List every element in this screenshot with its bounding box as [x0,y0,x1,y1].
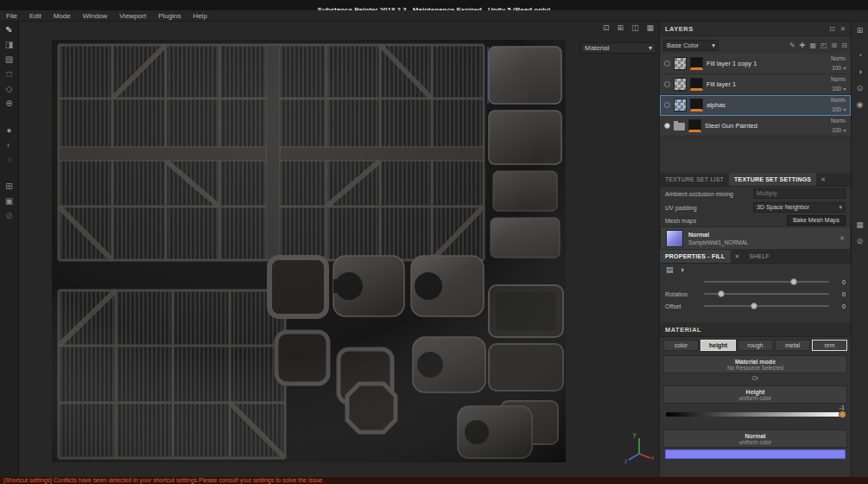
opacity-dropdown-arrow[interactable] [843,88,846,91]
material-sphere-icon[interactable]: ● [6,126,11,135]
slider-handle[interactable] [839,411,846,418]
slider-handle[interactable] [790,278,797,285]
close-icon[interactable]: ✕ [840,25,846,33]
blend-mode[interactable]: Norm- [831,55,846,62]
layer-meta[interactable]: Norm- 100 [831,118,846,134]
material-mode-dropdown[interactable]: Material ▾ [580,42,656,54]
ao-mixing-input[interactable]: Multiply [753,188,846,199]
add-mask-icon[interactable]: ✚ [800,41,806,49]
display-settings-icon[interactable]: ◑ [858,67,862,76]
channel-height-button[interactable]: height [700,340,736,351]
close-icon[interactable]: ✕ [816,173,830,186]
eraser-tool-icon[interactable]: ◨ [5,41,13,49]
layer-content-thumbnail[interactable] [690,57,703,70]
viewport-camera-icon[interactable]: ◫ [631,23,639,32]
height-uniform-button[interactable]: Height uniform color [663,385,847,404]
rotation-slider[interactable] [704,293,829,295]
camera-settings-icon[interactable]: ◉ [857,100,864,109]
blend-mode[interactable]: Norm- [831,76,846,83]
rotation-value[interactable]: 0 [835,291,846,297]
viewport-envmap-icon[interactable]: ⊞ [617,23,624,32]
texture-view-icon[interactable]: ▦ [856,220,864,229]
opacity-dropdown-arrow[interactable] [843,130,846,132]
tab-texture-set-list[interactable]: TEXTURE SET LIST [660,173,729,186]
resources-icon[interactable]: ⊞ [5,182,12,191]
menu-viewport[interactable]: Viewport [113,10,152,21]
layer-row[interactable]: Steel Gun Painted Norm- 100 [660,116,851,137]
blend-mode[interactable]: Norm- [831,118,846,124]
opacity-dropdown-arrow[interactable] [843,67,846,70]
half-sphere-icon[interactable]: ◐ [6,141,11,150]
layer-meta[interactable]: Norm- 100 [831,55,846,72]
height-gradient-slider[interactable] [666,412,845,417]
menu-help[interactable]: Help [187,10,212,21]
layer-meta[interactable]: Norm- 100 [831,97,846,113]
slider-handle[interactable] [751,302,757,309]
opacity-value[interactable]: 100 [832,65,841,72]
layer-meta[interactable]: Norm- 100 [831,76,846,92]
clone-tool-icon[interactable]: ⊕ [5,99,12,108]
add-fill-layer-icon[interactable]: ▦ [809,41,816,49]
layer-visibility-toggle[interactable] [664,60,670,67]
layer-content-thumbnail[interactable] [688,119,701,132]
disabled-tool-icon[interactable]: ⊘ [5,212,12,220]
layer-mask-thumbnail[interactable] [674,78,687,91]
paint-tool-icon[interactable]: ✎ [5,26,12,35]
add-effect-icon[interactable]: ✎ [789,41,795,49]
normal-map-item[interactable]: Normal SampleWall1_NORMAL ✕ [660,226,851,250]
channel-dropdown[interactable]: Base Color ▾ [663,40,719,51]
uv-padding-dropdown[interactable]: 3D Space Neighbor ▾ [753,202,846,213]
opacity-value[interactable]: 100 [832,86,841,92]
channel-metal-button[interactable]: metal [775,340,810,351]
slider-handle[interactable] [718,290,725,297]
add-folder-icon[interactable]: ◰ [820,41,827,49]
offset-slider[interactable] [704,305,829,307]
scale-slider[interactable] [704,281,829,283]
viewport-grid-icon[interactable]: ▦ [646,23,654,32]
layer-content-thumbnail[interactable] [690,78,703,91]
layer-visibility-toggle[interactable] [664,123,670,129]
normal-uniform-button[interactable]: Normal uniform color [663,430,847,448]
layer-row[interactable]: Fill layer 1 copy 1 Norm- 100 [660,54,851,74]
menu-edit[interactable]: Edit [23,10,48,21]
smudge-tool-icon[interactable]: ◇ [6,85,13,93]
close-icon[interactable]: ✕ [731,250,744,263]
scale-value[interactable]: 0 [835,279,846,285]
layer-visibility-toggle[interactable] [664,81,670,87]
tab-texture-set-settings[interactable]: TEXTURE SET SETTINGS [729,173,816,186]
opacity-dropdown-arrow[interactable] [843,109,846,111]
outline-sphere-icon[interactable]: ○ [6,156,11,164]
offset-value[interactable]: 0 [835,303,846,309]
viewport-3d[interactable]: ⊡ ⊞ ◫ ▦ Material ▾ [19,22,659,478]
display-mode-icon[interactable]: ▣ [5,197,13,206]
layer-visibility-toggle[interactable] [664,102,670,108]
layer-row-selected[interactable]: alphas Norm- 100 [660,95,851,116]
channel-nrm-button[interactable]: nrm [812,340,847,351]
projection-mode-icon[interactable]: ◑ [680,265,684,274]
layer-mask-thumbnail[interactable] [674,57,687,70]
normal-color-swatch[interactable] [665,449,846,459]
channel-rough-button[interactable]: rough [738,340,773,351]
add-layer-icon[interactable]: ⊞ [832,41,838,49]
tab-properties-fill[interactable]: PROPERTIES - FILL [660,250,731,263]
history-icon[interactable]: ◔ [858,51,862,60]
help-icon[interactable]: ⊘ [857,237,864,245]
menu-file[interactable]: File [0,10,23,21]
opacity-value[interactable]: 100 [832,127,841,134]
remove-map-icon[interactable]: ✕ [839,235,845,242]
bake-mesh-maps-button[interactable]: Bake Mesh Maps [787,215,846,226]
menu-window[interactable]: Window [77,10,113,21]
uv-transform-icon[interactable]: ▤ [666,265,674,274]
opacity-value[interactable]: 100 [832,106,841,113]
folder-icon[interactable] [674,123,685,131]
height-value[interactable]: -1 [660,404,851,411]
viewport-display-icon[interactable]: ⊡ [603,23,610,32]
blend-mode[interactable]: Norm- [831,97,846,104]
menu-plugins[interactable]: Plugins [152,10,187,21]
shader-settings-icon[interactable]: ⊙ [857,84,864,92]
popout-icon[interactable]: ⊡ [829,25,834,33]
polygon-fill-tool-icon[interactable]: □ [6,70,11,79]
delete-layer-icon[interactable]: ⊟ [841,41,847,49]
layer-content-thumbnail[interactable] [690,99,703,111]
material-mode-button[interactable]: Material mode No Resource Selected [663,355,847,373]
